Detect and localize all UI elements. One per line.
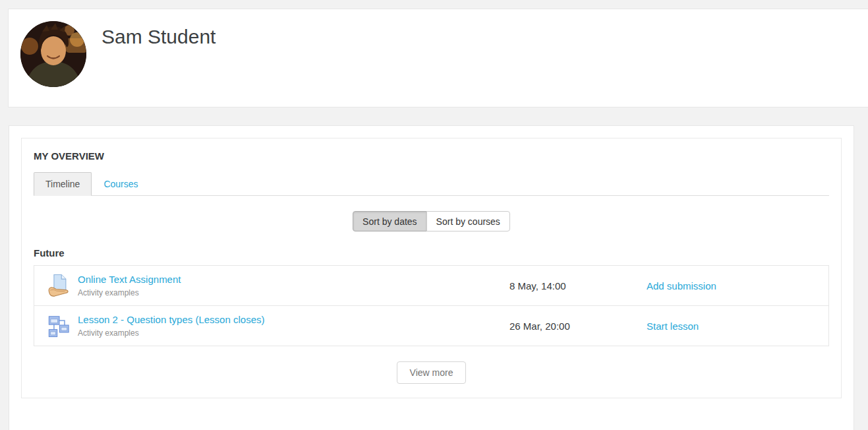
assignment-icon <box>47 273 70 298</box>
event-link-lesson-2[interactable]: Lesson 2 - Question types (Lesson closes… <box>78 314 264 325</box>
event-course-name: Activity examples <box>78 328 264 338</box>
start-lesson-link[interactable]: Start lesson <box>647 321 699 332</box>
overview-tab-bar: Timeline Courses <box>34 172 829 196</box>
event-link-online-text-assignment[interactable]: Online Text Assignment <box>78 274 181 285</box>
avatar <box>20 21 86 87</box>
my-overview-block: MY OVERVIEW Timeline Courses Sort by dat… <box>21 138 842 398</box>
dashboard-content-card: MY OVERVIEW Timeline Courses Sort by dat… <box>9 125 854 430</box>
my-overview-heading: MY OVERVIEW <box>34 150 829 162</box>
sort-button-group: Sort by dates Sort by courses <box>34 211 829 231</box>
event-main: Lesson 2 - Question types (Lesson closes… <box>47 313 509 338</box>
event-main: Online Text Assignment Activity examples <box>47 273 509 298</box>
profile-header-card: Sam Student <box>8 9 868 108</box>
add-submission-link[interactable]: Add submission <box>647 280 716 292</box>
view-more-container: View more <box>34 361 829 384</box>
page-title-user-name: Sam Student <box>101 26 216 48</box>
sort-by-courses-button[interactable]: Sort by courses <box>426 211 510 231</box>
timeline-event-row: Lesson 2 - Question types (Lesson closes… <box>34 305 829 346</box>
sort-by-dates-button[interactable]: Sort by dates <box>353 211 427 231</box>
view-more-button[interactable]: View more <box>397 361 467 384</box>
event-course-name: Activity examples <box>78 288 181 297</box>
event-due-date: 8 May, 14:00 <box>509 280 647 292</box>
future-section-heading: Future <box>34 247 829 259</box>
lesson-icon <box>47 313 70 338</box>
event-due-date: 26 Mar, 20:00 <box>509 321 647 332</box>
timeline-event-row: Online Text Assignment Activity examples… <box>34 265 829 306</box>
tab-timeline[interactable]: Timeline <box>34 172 92 196</box>
tab-courses[interactable]: Courses <box>92 172 150 196</box>
